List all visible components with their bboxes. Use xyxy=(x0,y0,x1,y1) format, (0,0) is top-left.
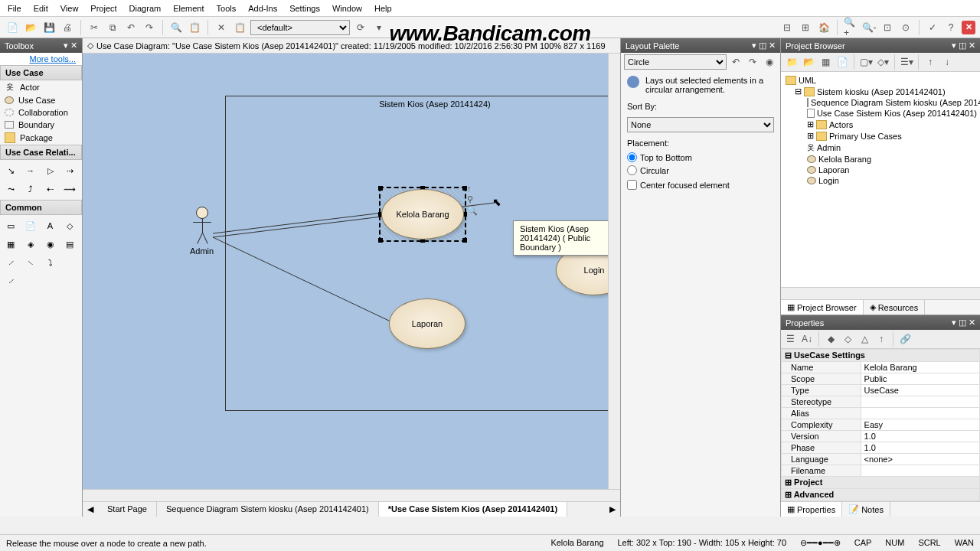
actor-admin[interactable]: Admin xyxy=(190,207,214,256)
tree-model[interactable]: ⊟ Sistem kiosku (Asep 2014142401) xyxy=(784,86,977,97)
new-elem-icon[interactable]: ▦ xyxy=(818,54,833,70)
menu-view[interactable]: View xyxy=(60,4,79,13)
add-icon[interactable]: ▢▾ xyxy=(858,54,874,70)
prop-value-scope[interactable]: Public xyxy=(861,373,979,385)
prop-shape1-icon[interactable]: ◆ xyxy=(823,331,838,347)
menu-element[interactable]: Element xyxy=(173,4,204,13)
style-select[interactable]: <default> xyxy=(250,20,350,35)
prop-value-language[interactable]: <none> xyxy=(861,454,979,465)
print-icon[interactable]: 🖨 xyxy=(60,20,75,35)
usecase-kelola-barang[interactable]: Kelola Barang xyxy=(381,189,464,240)
delete-icon[interactable]: ✕ xyxy=(214,20,229,35)
zoom-slider[interactable]: ⊖━━●━━⊕ xyxy=(800,538,841,548)
tool-package[interactable]: Package xyxy=(0,131,82,145)
new-pkg-icon[interactable]: 📁 xyxy=(784,54,799,70)
menu-settings[interactable]: Settings xyxy=(289,4,320,13)
prop-shape3-icon[interactable]: △ xyxy=(857,331,872,347)
new-icon[interactable]: 📄 xyxy=(5,20,20,35)
usecase-laporan[interactable]: Laporan xyxy=(389,298,466,349)
horizontal-scrollbar[interactable] xyxy=(83,489,620,501)
prop-value-alias[interactable] xyxy=(861,408,979,419)
close-icon[interactable]: ✕ xyxy=(962,21,975,34)
panel-controls-icon[interactable]: ▾ ◫ ✕ xyxy=(752,41,776,51)
quick-linker[interactable]: ↑ ⚲ 🔍 xyxy=(467,184,478,216)
help-icon[interactable]: ? xyxy=(943,20,959,35)
undo-icon[interactable]: ↶ xyxy=(123,20,139,35)
common-link5-icon[interactable]: ⟋ xyxy=(3,273,18,289)
prop-section-usecase[interactable]: ⊟ UseCase Settings xyxy=(782,350,980,362)
home-icon[interactable]: 🏠 xyxy=(816,20,831,35)
rel-extend-icon[interactable]: ⤴ xyxy=(23,181,38,197)
link-icon[interactable]: ⚲ xyxy=(467,194,478,204)
tree-scrollbar[interactable] xyxy=(781,287,980,299)
tab-project-browser[interactable]: ▦Project Browser xyxy=(781,300,864,315)
prop-value-phase[interactable]: 1.0 xyxy=(861,442,979,454)
up-icon[interactable]: ↑ xyxy=(923,54,938,70)
layout-style-select[interactable]: Circle xyxy=(624,54,727,70)
radio-top-to-bottom[interactable]: Top to Bottom xyxy=(621,151,780,164)
more-tools-link[interactable]: More tools... xyxy=(0,53,82,65)
zoom-in-icon[interactable]: 🔍+ xyxy=(843,20,858,35)
sortby-select[interactable]: None xyxy=(627,117,774,132)
align-left-icon[interactable]: ⊟ xyxy=(779,20,795,35)
tab-resources[interactable]: ◈Resources xyxy=(864,300,926,315)
tree-seq-diagram[interactable]: Sequence Diagram Sistem kiosku (Asep 201… xyxy=(784,97,977,108)
tool-usecase[interactable]: Use Case xyxy=(0,94,82,106)
common-artifact-icon[interactable]: ▦ xyxy=(3,236,18,252)
zoom-fit-icon[interactable]: ⊡ xyxy=(880,20,895,35)
tab-usecase[interactable]: *Use Case Sistem Kios (Asep 2014142401) xyxy=(379,502,567,517)
tool-boundary[interactable]: Boundary xyxy=(0,119,82,131)
rel-gen-icon[interactable]: ▷ xyxy=(43,163,58,178)
prop-section-advanced[interactable]: ⊞ Advanced xyxy=(782,489,980,501)
rel-realize-icon[interactable]: ⇢ xyxy=(62,163,77,178)
rel-direct-icon[interactable]: → xyxy=(23,163,38,178)
zoom-100-icon[interactable]: ⊙ xyxy=(898,20,913,35)
common-req-icon[interactable]: ◇ xyxy=(62,218,77,233)
menu-diagram[interactable]: Diagram xyxy=(129,4,162,13)
open-icon[interactable]: 📂 xyxy=(23,20,38,35)
tree-kelola[interactable]: Kelola Barang xyxy=(784,154,977,165)
common-table-icon[interactable]: ▤ xyxy=(62,236,77,252)
search-icon[interactable]: 🔍 xyxy=(168,20,184,35)
common-note-icon[interactable]: ▭ xyxy=(3,218,18,233)
diagram-canvas[interactable]: Sistem Kios (Asep 20141424) Admin xyxy=(83,54,620,489)
zoom-out-icon[interactable]: 🔍- xyxy=(861,20,877,35)
prop-value-name[interactable]: Kelola Barang xyxy=(861,362,979,373)
prop-cat-icon[interactable]: ☰ xyxy=(782,331,798,347)
redo-icon[interactable]: ↷ xyxy=(142,20,157,35)
rel-include-icon[interactable]: ⤳ xyxy=(3,181,18,197)
menu-edit[interactable]: Edit xyxy=(34,4,48,13)
tree-admin[interactable]: 옷Admin xyxy=(784,142,977,154)
layout-undo-icon[interactable]: ↶ xyxy=(728,54,743,70)
common-link3-icon[interactable]: ⤵ xyxy=(43,255,58,270)
cut-icon[interactable]: ✂ xyxy=(87,20,102,35)
tab-notes[interactable]: 📝Notes xyxy=(842,502,890,517)
usecase-section[interactable]: Use Case xyxy=(0,65,82,80)
menu-window[interactable]: Window xyxy=(332,4,362,13)
relations-section[interactable]: Use Case Relati... xyxy=(0,145,82,160)
common-test-icon[interactable]: ◉ xyxy=(43,236,58,252)
tree-actors-pkg[interactable]: ⊞ Actors xyxy=(784,119,977,130)
vertical-scrollbar[interactable] xyxy=(608,54,620,489)
list-icon[interactable]: ☰▾ xyxy=(899,54,914,70)
zoom-icon[interactable]: 🔍 xyxy=(467,206,478,216)
down-icon[interactable]: ↓ xyxy=(939,54,955,70)
panel-controls-icon[interactable]: ▾ ◫ ✕ xyxy=(952,318,975,328)
prop-shape2-icon[interactable]: ◇ xyxy=(840,331,855,347)
menu-project[interactable]: Project xyxy=(90,4,116,13)
common-constraint-icon[interactable]: ◈ xyxy=(23,236,38,252)
check-center-focused[interactable]: Center focused element xyxy=(621,177,780,193)
spell-icon[interactable]: ✓ xyxy=(925,20,940,35)
menu-file[interactable]: File xyxy=(8,4,21,13)
align-center-icon[interactable]: ⊞ xyxy=(798,20,813,35)
paste-icon[interactable]: 📋 xyxy=(232,20,247,35)
rel-depend-icon[interactable]: ⇠ xyxy=(43,181,58,197)
common-doc-icon[interactable]: 📄 xyxy=(23,218,38,233)
prop-value-filename[interactable] xyxy=(861,465,979,477)
layout-apply-icon[interactable]: ◉ xyxy=(762,54,777,70)
panel-controls-icon[interactable]: ▾ ◫ ✕ xyxy=(952,41,975,51)
rel-trace-icon[interactable]: ⟿ xyxy=(62,181,77,197)
common-link1-icon[interactable]: ⟋ xyxy=(3,255,18,270)
common-link4-icon[interactable] xyxy=(62,255,77,270)
prop-value-stereotype[interactable] xyxy=(861,396,979,408)
